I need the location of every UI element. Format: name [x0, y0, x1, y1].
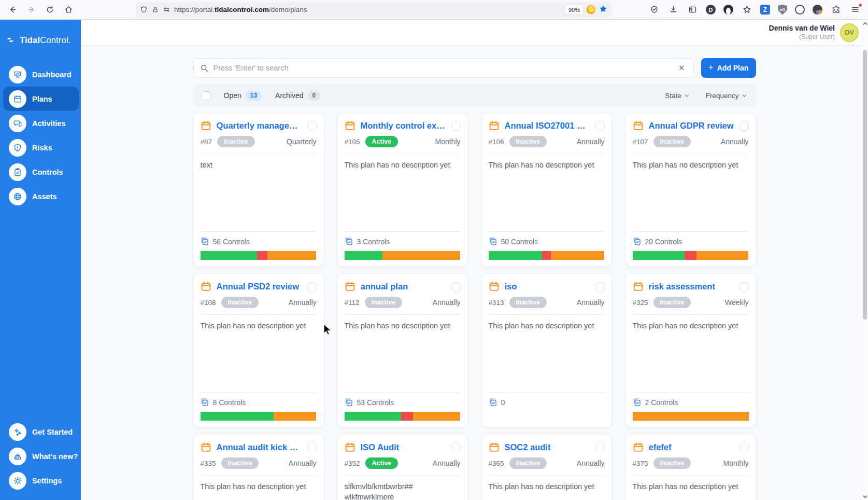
- avatar[interactable]: DV: [840, 23, 859, 42]
- plan-title-link[interactable]: SOC2 audit: [505, 442, 590, 452]
- plan-card[interactable]: Annual audit kick off in ... #335 Inacti…: [193, 435, 324, 500]
- sidebar-item-get-started[interactable]: Get Started: [3, 420, 79, 444]
- pocket-shield-icon[interactable]: [648, 4, 660, 16]
- plan-description: This plan has no description yet: [201, 482, 317, 492]
- plan-card[interactable]: annual plan #112 Inactive Annually This …: [337, 274, 468, 427]
- app-header: Dennis van de Wiel (Super User) DV: [81, 20, 868, 46]
- plan-title-link[interactable]: annual plan: [361, 282, 446, 291]
- extensions-puzzle-icon[interactable]: [830, 4, 842, 16]
- state-filter-dropdown[interactable]: State: [665, 92, 690, 100]
- lock-icon[interactable]: [151, 6, 159, 13]
- plan-number: #108: [201, 299, 216, 307]
- status-badge: Active: [365, 457, 399, 469]
- clear-search-icon[interactable]: ✕: [676, 63, 687, 73]
- extension-page-action-icon[interactable]: [587, 5, 595, 14]
- extension-z-icon[interactable]: Z: [760, 5, 770, 15]
- plan-checkbox[interactable]: [307, 282, 317, 291]
- page-scrollbar[interactable]: [862, 20, 868, 500]
- ublock-icon[interactable]: uO: [778, 5, 787, 15]
- plan-description: This plan has no description yet: [633, 160, 749, 171]
- plan-card[interactable]: ISO Audit #352 Active Annually slfkmvlb/…: [337, 435, 468, 500]
- plan-card[interactable]: Annual GDPR review #107 Inactive Annuall…: [625, 113, 756, 267]
- account-avatar-icon[interactable]: [813, 5, 822, 15]
- sidebar-item-activities[interactable]: Activities: [3, 111, 79, 135]
- frequency-filter-dropdown[interactable]: Frequency: [706, 92, 748, 100]
- sidebar-item-risks[interactable]: Risks: [3, 135, 79, 160]
- calendar-icon: [489, 442, 500, 453]
- sidebar-item-plans[interactable]: Plans: [3, 87, 79, 111]
- plan-checkbox[interactable]: [307, 121, 317, 131]
- plan-card[interactable]: Annual ISO27001 audit #106 Inactive Annu…: [481, 113, 612, 267]
- plan-title-link[interactable]: Monthly control execution: [361, 121, 446, 131]
- progress-bar: [345, 251, 461, 260]
- sidebar-item-settings[interactable]: Settings: [3, 468, 79, 493]
- plan-title-link[interactable]: Annual GDPR review: [649, 121, 734, 131]
- plan-frequency: Quarterly: [287, 137, 317, 146]
- forward-icon[interactable]: [24, 3, 38, 17]
- calendar-icon: [345, 442, 355, 453]
- plan-card[interactable]: iso #313 Inactive Annually This plan has…: [481, 274, 612, 427]
- chevron-down-icon: [684, 92, 690, 99]
- plan-checkbox[interactable]: [595, 282, 605, 291]
- plan-title-link[interactable]: efefef: [649, 442, 734, 452]
- plan-card[interactable]: efefef #375 Inactive Monthly This plan h…: [625, 435, 756, 500]
- tab-open[interactable]: Open 13: [224, 91, 262, 101]
- add-plan-button[interactable]: + Add Plan: [701, 58, 756, 78]
- plan-checkbox[interactable]: [451, 282, 461, 291]
- extension-circle-icon[interactable]: [795, 5, 805, 15]
- permissions-icon[interactable]: [163, 6, 170, 13]
- plan-card[interactable]: Quarterly management a... #87 Inactive Q…: [193, 113, 324, 267]
- calendar-icon: [201, 442, 211, 453]
- plan-checkbox[interactable]: [739, 443, 749, 452]
- tidal-logo-icon: [6, 35, 17, 45]
- plan-card[interactable]: SOC2 audit #365 Inactive Annually This p…: [481, 435, 612, 500]
- plan-number: #106: [489, 138, 504, 146]
- scroll-down-icon[interactable]: [862, 493, 868, 500]
- extension-d-icon[interactable]: D: [706, 5, 716, 15]
- sidebar-item-assets[interactable]: Assets: [3, 184, 79, 209]
- calendar-icon: [201, 120, 211, 131]
- select-all-checkbox[interactable]: [202, 91, 210, 100]
- bookmarks-menu-star-icon[interactable]: [741, 4, 752, 16]
- plan-checkbox[interactable]: [739, 282, 749, 291]
- plan-title-link[interactable]: ISO Audit: [361, 442, 446, 452]
- divider: [633, 231, 749, 232]
- plan-card[interactable]: risk assessment #325 Inactive Weekly Thi…: [625, 274, 756, 427]
- sidebar-item-whats-new[interactable]: What's new?: [3, 444, 79, 468]
- bookmark-star-icon[interactable]: [599, 5, 607, 15]
- plan-card[interactable]: Monthly control execution #105 Active Mo…: [337, 113, 468, 267]
- zoom-level-badge[interactable]: 90%: [565, 5, 583, 15]
- tracking-shield-icon[interactable]: [140, 6, 148, 13]
- plan-checkbox[interactable]: [739, 121, 749, 131]
- menu-icon[interactable]: [849, 4, 861, 16]
- home-icon[interactable]: [61, 3, 76, 17]
- status-badge: Inactive: [509, 457, 547, 469]
- progress-bar: [201, 251, 317, 260]
- plan-checkbox[interactable]: [451, 443, 461, 452]
- plan-checkbox[interactable]: [595, 443, 605, 452]
- plan-title-link[interactable]: Annual audit kick off in ...: [217, 442, 302, 452]
- search-input[interactable]: [214, 64, 672, 72]
- sidebar-item-controls[interactable]: Controls: [3, 160, 79, 184]
- plan-card[interactable]: Annual PSD2 review #108 Inactive Annuall…: [193, 274, 324, 427]
- address-bar[interactable]: https://portal.tidalcontrol.com/demo/pla…: [136, 2, 611, 18]
- plan-title-link[interactable]: Annual ISO27001 audit: [505, 121, 590, 131]
- tab-archived[interactable]: Archived 0: [275, 91, 320, 101]
- scroll-up-icon[interactable]: [862, 20, 868, 27]
- downloads-icon[interactable]: [667, 4, 679, 16]
- sidebar-toggle-icon[interactable]: [687, 4, 698, 16]
- reload-icon[interactable]: [42, 3, 57, 17]
- sidebar-item-dashboard[interactable]: Dashboard: [3, 62, 79, 87]
- scrollbar-thumb[interactable]: [863, 50, 867, 320]
- plan-checkbox[interactable]: [307, 443, 317, 452]
- plan-title-link[interactable]: risk assessment: [649, 282, 734, 291]
- back-icon[interactable]: [5, 3, 20, 17]
- url-text[interactable]: https://portal.tidalcontrol.com/demo/pla…: [174, 6, 562, 13]
- extension-penguin-icon[interactable]: [723, 5, 733, 15]
- plan-title-link[interactable]: Annual PSD2 review: [217, 282, 302, 291]
- plan-checkbox[interactable]: [451, 121, 461, 131]
- plan-title-link[interactable]: Quarterly management a...: [217, 121, 302, 131]
- plan-checkbox[interactable]: [595, 121, 605, 131]
- plan-description: This plan has no description yet: [489, 160, 605, 171]
- plan-title-link[interactable]: iso: [505, 282, 590, 291]
